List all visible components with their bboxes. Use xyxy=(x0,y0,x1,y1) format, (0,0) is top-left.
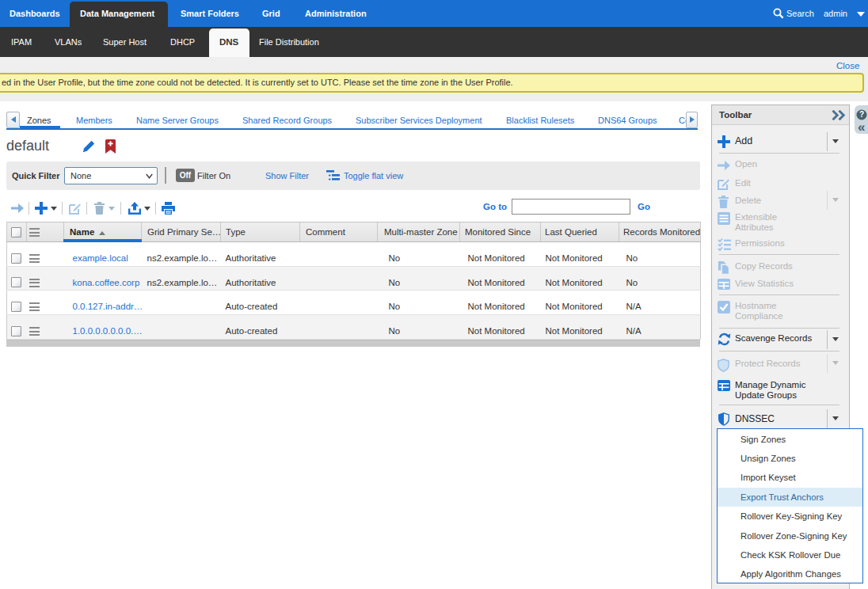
svg-text:?: ? xyxy=(859,110,864,119)
